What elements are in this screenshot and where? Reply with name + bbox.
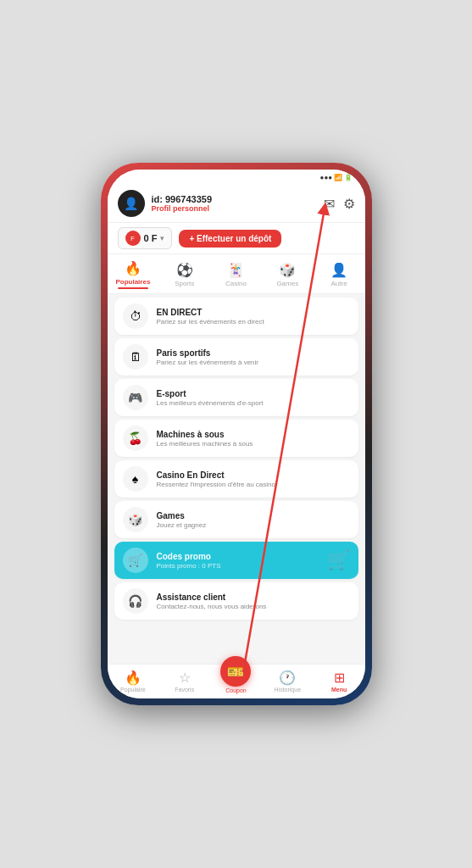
tab-games[interactable]: 🎲 Games [262, 259, 314, 290]
favoris-label: Favoris [175, 687, 194, 693]
list-item[interactable]: ⏱ EN DIRECT Pariez sur les événements en… [114, 298, 358, 335]
populaire-label: Populaire [120, 687, 146, 693]
codes-promo-item[interactable]: 🛒 Codes promo Points promo : 0 PTS 🛒 [114, 542, 358, 579]
settings-icon[interactable]: ⚙ [343, 196, 355, 212]
header-icons: ✉ ⚙ [324, 196, 355, 212]
phone-frame: ●●● 📶 🔋 👤 id: 996743359 Profil personnel… [101, 163, 372, 705]
tab-autre-icon: 👤 [330, 262, 347, 278]
list-item[interactable]: 🎲 Games Jouez et gagnez [114, 501, 358, 538]
user-profile: Profil personnel [152, 204, 213, 213]
games-icon: 🎲 [123, 507, 148, 532]
tab-casino-icon: 🃏 [227, 262, 244, 278]
menu-label: Menu [331, 687, 347, 693]
avatar: 👤 [118, 190, 145, 217]
historique-icon: 🕐 [279, 670, 296, 686]
casino-direct-title: Casino En Direct [157, 470, 275, 480]
balance-bar: F 0 F ▾ + Effectuer un dépôt [108, 223, 365, 254]
user-info: id: 996743359 Profil personnel [152, 194, 213, 213]
en-direct-subtitle: Pariez sur les événements en direct [157, 318, 264, 326]
casino-direct-subtitle: Ressentez l'impression d'être au casino [157, 481, 275, 488]
historique-label: Historique [275, 687, 302, 693]
tab-games-label: Games [276, 280, 298, 287]
list-item[interactable]: 🎧 Assistance client Contactez-nous, nous… [114, 582, 358, 620]
bottom-nav-coupon[interactable]: 🎫 Coupon [210, 668, 262, 693]
en-direct-title: EN DIRECT [157, 308, 264, 317]
en-direct-icon: ⏱ [123, 303, 148, 329]
assistance-title: Assistance client [157, 593, 267, 602]
tab-autre-label: Autre [331, 280, 347, 287]
machines-title: Machines à sous [157, 430, 253, 439]
coupon-label: Coupon [225, 687, 247, 693]
tab-casino[interactable]: 🃏 Casino [210, 259, 262, 290]
games-title: Games [157, 511, 207, 520]
cart-decoration-icon: 🛒 [327, 549, 350, 571]
tab-games-icon: 🎲 [279, 262, 296, 278]
tab-underline [118, 287, 148, 289]
balance-dropdown-icon: ▾ [160, 234, 164, 242]
favoris-icon: ☆ [179, 670, 191, 686]
mail-icon[interactable]: ✉ [324, 196, 335, 212]
status-bar: ●●● 📶 🔋 [108, 170, 365, 185]
bottom-nav: 🔥 Populaire ☆ Favoris 🎫 Coupon 🕐 Histori… [108, 664, 365, 698]
esport-title: E-sport [157, 389, 264, 398]
tab-sports-icon: ⚽ [176, 262, 193, 278]
menu-list: ⏱ EN DIRECT Pariez sur les événements en… [108, 294, 365, 664]
balance-icon: F [125, 231, 141, 246]
tab-populaires-label: Populaires [115, 278, 150, 286]
tab-sports-label: Sports [175, 280, 194, 287]
balance-amount: 0 F [144, 233, 158, 243]
user-id: id: 996743359 [152, 194, 213, 204]
list-item[interactable]: 🍒 Machines à sous Les meilleures machine… [114, 420, 358, 457]
bottom-nav-historique[interactable]: 🕐 Historique [262, 670, 314, 693]
assistance-subtitle: Contactez-nous, nous vous aiderons [157, 603, 267, 610]
bottom-nav-menu[interactable]: ⊞ Menu [314, 670, 365, 693]
list-item[interactable]: ♠ Casino En Direct Ressentez l'impressio… [114, 460, 358, 498]
codes-promo-title: Codes promo [157, 552, 221, 561]
tab-populaires-icon: 🔥 [125, 260, 142, 276]
balance-selector[interactable]: F 0 F ▾ [118, 227, 173, 249]
header: 👤 id: 996743359 Profil personnel ✉ ⚙ [108, 185, 365, 223]
list-item[interactable]: 🎮 E-sport Les meilleurs événements d'e-s… [114, 379, 358, 416]
assistance-icon: 🎧 [123, 588, 148, 614]
phone-screen: ●●● 📶 🔋 👤 id: 996743359 Profil personnel… [108, 170, 365, 698]
nav-tabs: 🔥 Populaires ⚽ Sports 🃏 Casino 🎲 Games 👤… [108, 254, 365, 294]
coupon-circle: 🎫 [220, 656, 251, 687]
list-item[interactable]: 🗓 Paris sportifs Pariez sur les événemen… [114, 338, 358, 376]
codes-promo-icon: 🛒 [123, 548, 148, 573]
machines-icon: 🍒 [123, 426, 148, 451]
machines-subtitle: Les meilleures machines à sous [157, 440, 253, 448]
codes-promo-subtitle: Points promo : 0 PTS [157, 562, 221, 570]
paris-sportifs-subtitle: Pariez sur les événements à venir [157, 359, 259, 366]
esport-subtitle: Les meilleurs événements d'e-sport [157, 399, 264, 407]
tab-populaires[interactable]: 🔥 Populaires [108, 258, 159, 292]
casino-direct-icon: ♠ [123, 466, 148, 492]
paris-sportifs-title: Paris sportifs [157, 348, 259, 358]
bottom-nav-populaire[interactable]: 🔥 Populaire [108, 670, 159, 693]
coupon-icon: 🎫 [227, 664, 244, 680]
tab-casino-label: Casino [225, 280, 247, 287]
populaire-icon: 🔥 [125, 670, 142, 686]
tab-autre[interactable]: 👤 Autre [314, 259, 365, 290]
esport-icon: 🎮 [123, 385, 148, 410]
menu-icon: ⊞ [334, 670, 345, 686]
games-subtitle: Jouez et gagnez [157, 521, 207, 529]
bottom-nav-favoris[interactable]: ☆ Favoris [158, 670, 210, 693]
deposit-button[interactable]: + Effectuer un dépôt [179, 230, 281, 248]
paris-sportifs-icon: 🗓 [123, 344, 148, 370]
tab-sports[interactable]: ⚽ Sports [158, 259, 210, 290]
